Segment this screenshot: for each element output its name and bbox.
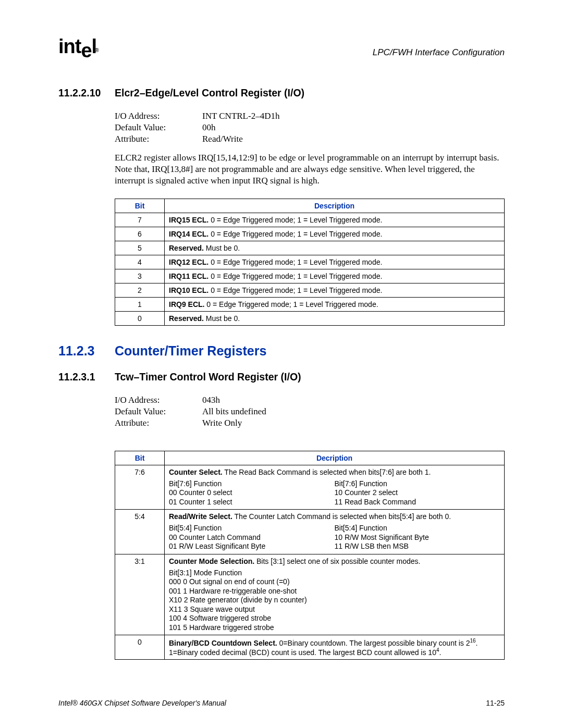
table-row: 3:1 Counter Mode Selection. Bits [3:1] s… bbox=[115, 554, 505, 635]
table-header-desc: Description bbox=[165, 199, 505, 213]
table-row: 5Reserved. Must be 0. bbox=[115, 241, 505, 255]
table-row: 4IRQ12 ECL. 0 = Edge Triggered mode; 1 =… bbox=[115, 255, 505, 269]
info-row: I/O Address: 043h bbox=[115, 394, 505, 406]
bit-table-tcw: Bit Decription 7:6 Counter Select. The R… bbox=[115, 451, 505, 660]
table-header-desc: Decription bbox=[165, 451, 505, 465]
table-row: 7:6 Counter Select. The Read Back Comman… bbox=[115, 465, 505, 510]
table-header-bit: Bit bbox=[115, 199, 165, 213]
intel-logo: intel® bbox=[58, 35, 100, 58]
table-row: 3IRQ11 ECL. 0 = Edge Triggered mode; 1 =… bbox=[115, 269, 505, 283]
subsection-title: Elcr2–Edge/Level Control Register (I/O) bbox=[115, 87, 304, 98]
info-row: Default Value: All bits undefined bbox=[115, 406, 505, 417]
register-info-block: I/O Address: 043h Default Value: All bit… bbox=[115, 394, 505, 429]
table-row: 0Reserved. Must be 0. bbox=[115, 311, 505, 325]
table-row: 5:4 Read/Write Select. The Counter Latch… bbox=[115, 510, 505, 554]
table-row: 6IRQ14 ECL. 0 = Edge Triggered mode; 1 =… bbox=[115, 227, 505, 241]
register-info-block: I/O Address: INT CNTRL-2–4D1h Default Va… bbox=[115, 110, 505, 145]
section-heading: 11.2.3Counter/Timer Registers bbox=[58, 343, 505, 359]
table-header-bit: Bit bbox=[115, 451, 165, 465]
info-row: Default Value: 00h bbox=[115, 122, 505, 133]
info-row: I/O Address: INT CNTRL-2–4D1h bbox=[115, 110, 505, 122]
page-footer: Intel® 460GX Chipset Software Developer'… bbox=[58, 699, 505, 707]
bit-table-elcr2: Bit Description 7IRQ15 ECL. 0 = Edge Tri… bbox=[115, 199, 505, 326]
table-row: 1IRQ9 ECL. 0 = Edge Triggered mode; 1 = … bbox=[115, 297, 505, 311]
section-number: 11.2.3 bbox=[58, 343, 115, 359]
registered-icon: ® bbox=[95, 47, 98, 53]
paragraph: ELCR2 register allows IRQ[15,14,12:9] to… bbox=[115, 152, 505, 187]
header-section-title: LPC/FWH Interface Configuration bbox=[373, 47, 505, 58]
footer-manual-title: Intel® 460GX Chipset Software Developer'… bbox=[58, 699, 226, 707]
table-row: 7IRQ15 ECL. 0 = Edge Triggered mode; 1 =… bbox=[115, 213, 505, 227]
info-row: Attribute: Write Only bbox=[115, 417, 505, 429]
subsection-number: 11.2.3.1 bbox=[58, 371, 115, 383]
subsection-number: 11.2.2.10 bbox=[58, 87, 115, 99]
section-title: Counter/Timer Registers bbox=[115, 343, 266, 358]
subsection-heading: 11.2.2.10Elcr2–Edge/Level Control Regist… bbox=[58, 87, 505, 99]
table-row: 0 Binary/BCD Countdown Select. 0=Binary … bbox=[115, 635, 505, 659]
info-row: Attribute: Read/Write bbox=[115, 133, 505, 145]
footer-page-number: 11-25 bbox=[486, 699, 505, 707]
page-root: intel® LPC/FWH Interface Configuration 1… bbox=[0, 0, 563, 728]
subsection-heading: 11.2.3.1Tcw–Timer Control Word Register … bbox=[58, 371, 505, 383]
page-header: intel® LPC/FWH Interface Configuration bbox=[58, 35, 505, 58]
subsection-title: Tcw–Timer Control Word Register (I/O) bbox=[115, 371, 301, 382]
table-row: 2IRQ10 ECL. 0 = Edge Triggered mode; 1 =… bbox=[115, 283, 505, 297]
